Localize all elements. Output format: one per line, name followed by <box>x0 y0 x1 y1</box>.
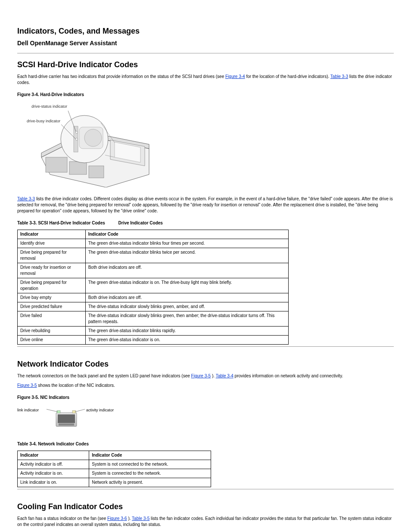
network-paragraph-2: Figure 3-5 shows the location of the NIC… <box>17 383 394 389</box>
table-header-indicator: Indicator <box>18 230 86 239</box>
drive-busy-callout: drive-busy indicator <box>17 118 60 124</box>
divider <box>17 53 394 53</box>
svg-rect-5 <box>69 162 87 174</box>
svg-rect-19 <box>59 423 74 426</box>
text-fragment: Each hard-drive carrier has two indicato… <box>17 74 225 79</box>
text-fragment: Each fan has a status indicator on the f… <box>17 516 107 521</box>
table-row: Activity indicator is on.System is conne… <box>18 469 211 478</box>
svg-rect-6 <box>89 166 104 178</box>
table-row: Drive onlineThe green drive-status indic… <box>18 335 289 344</box>
table-3-4-caption: Table 3-4. Network Indicator Codes <box>17 441 394 447</box>
table-row: Drive predicted failureThe drive-status … <box>18 302 289 311</box>
table-3-4-link[interactable]: Table 3-4 <box>216 373 234 378</box>
link-indicator-callout: link indicator <box>17 408 39 413</box>
table-row: Drive failedThe drive-status indicator s… <box>18 311 289 326</box>
svg-point-11 <box>76 131 78 133</box>
page-subtitle: Dell OpenManage Server Assistant <box>17 39 394 48</box>
nic-indicator-image: link indicator activity indicator <box>17 404 125 434</box>
divider <box>17 346 394 347</box>
table-row: Activity indicator is off.System is not … <box>18 460 211 469</box>
table-header-code: Indicator Code <box>89 451 211 460</box>
figure-3-5-caption: Figure 3-5. NIC Indicators <box>17 395 394 401</box>
figure-3-4-caption: Figure 3-4. Hard-Drive Indicators <box>17 92 394 98</box>
divider <box>17 489 394 489</box>
text-fragment: for the location of the hard-drive indic… <box>246 74 330 79</box>
hard-drive-indicator-image: drive-status indicator drive-busy indica… <box>28 101 153 187</box>
table-row: Link indicator is on.Network activity is… <box>18 478 211 487</box>
scsi-paragraph-2: Table 3-3 lists the drive indicator code… <box>17 196 394 214</box>
text-fragment: The network connectors on the back panel… <box>17 373 191 378</box>
table-header-code: Indicator Code <box>85 230 288 239</box>
table-row: Drive being prepared for operationThe gr… <box>18 278 289 293</box>
drive-status-callout: drive-status indicator <box>24 104 67 109</box>
section-heading-network: Network Indicator Codes <box>17 359 394 370</box>
drive-indicator-codes-table: Indicator Indicator Code Identify driveT… <box>17 230 289 345</box>
svg-point-12 <box>76 138 78 140</box>
table-3-3-caption: Table 3-3. SCSI Hard-Drive Indicator Cod… <box>17 220 394 226</box>
scsi-paragraph-1: Each hard-drive carrier has two indicato… <box>17 74 394 86</box>
table-row: Drive rebuildingThe green drive-status i… <box>18 326 289 335</box>
section-heading-scsi: SCSI Hard-Drive Indicator Codes <box>17 59 394 70</box>
page-title: Indicators, Codes, and Messages <box>17 26 394 37</box>
section-heading-fan: Cooling Fan Indicator Codes <box>17 501 394 512</box>
table-header-indicator: Indicator <box>18 451 89 460</box>
table-3-3-link-2[interactable]: Table 3-3 <box>17 196 35 201</box>
text-fragment: shows the location of the NIC indicators… <box>38 383 115 388</box>
text-fragment: lists the drive indicator codes. Differe… <box>17 196 393 213</box>
svg-line-22 <box>47 409 58 412</box>
table-3-3-link[interactable]: Table 3-3 <box>330 74 348 79</box>
text-fragment: ). <box>212 373 216 378</box>
figure-3-6-link[interactable]: Figure 3-6 <box>107 516 127 521</box>
svg-line-23 <box>75 409 85 412</box>
table-3-5-link[interactable]: Table 3-5 <box>132 516 149 521</box>
table-row: Drive bay emptyBoth drive indicators are… <box>18 293 289 302</box>
network-paragraph-1: The network connectors on the back panel… <box>17 373 394 379</box>
svg-rect-4 <box>46 157 67 172</box>
fan-paragraph-1: Each fan has a status indicator on the f… <box>17 516 394 528</box>
svg-point-10 <box>84 129 102 146</box>
svg-rect-18 <box>58 414 75 423</box>
figure-3-4-link[interactable]: Figure 3-4 <box>225 74 245 79</box>
figure-3-5-link[interactable]: Figure 3-5 <box>191 373 211 378</box>
table-row: Drive ready for insertion or removalBoth… <box>18 263 289 278</box>
text-fragment: ). <box>128 516 132 521</box>
activity-indicator-callout: activity indicator <box>86 408 114 413</box>
table-row: Identify driveThe green drive-status ind… <box>18 239 289 248</box>
figure-3-5-link-2[interactable]: Figure 3-5 <box>17 383 37 388</box>
network-indicator-codes-table: Indicator Indicator Code Activity indica… <box>17 451 211 487</box>
table-row: Drive being prepared for removalThe gree… <box>18 248 289 263</box>
text-fragment: provides information on network activity… <box>235 373 343 378</box>
